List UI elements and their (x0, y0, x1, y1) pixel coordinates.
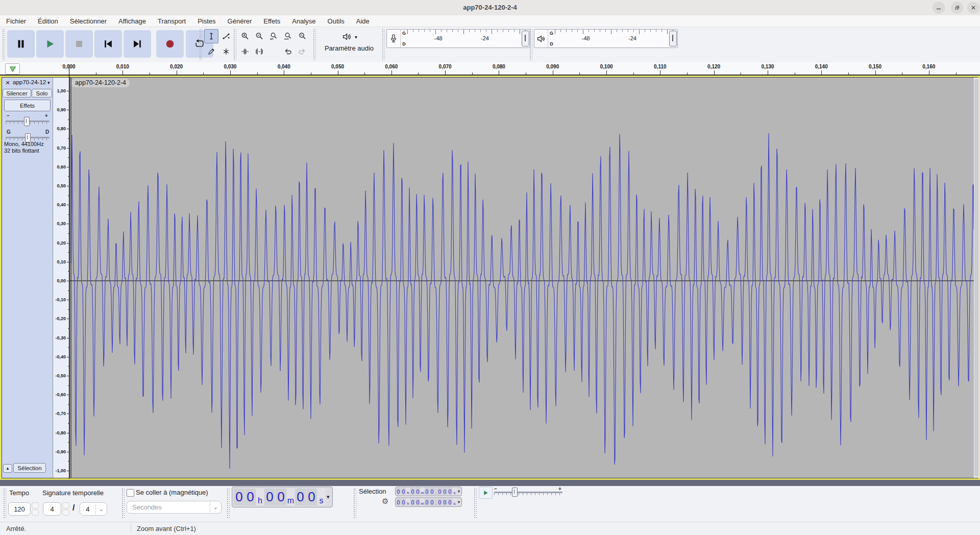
audio-setup-button[interactable]: ▾ Paramètre audio (317, 29, 381, 60)
time-segment[interactable]: h (256, 489, 264, 505)
vertical-scrollbar[interactable] (974, 78, 979, 478)
mic-icon[interactable] (387, 30, 401, 47)
time-segment[interactable]: 0 (401, 498, 406, 506)
time-segment[interactable]: 0 (264, 489, 275, 505)
gain-slider-thumb[interactable] (24, 117, 30, 126)
menu-item-analyse[interactable]: Analyse (292, 17, 315, 25)
record-button[interactable] (156, 30, 184, 58)
undo-button[interactable] (281, 44, 295, 59)
time-segment[interactable]: 0 (430, 488, 434, 495)
time-segment[interactable]: 0 (425, 488, 429, 495)
menu-item-effets[interactable]: Effets (263, 17, 280, 25)
time-segment[interactable]: m (287, 489, 295, 505)
timeline-ruler[interactable]: 0,0000,0100,0200,0300,0400,0500,0600,070… (0, 62, 980, 76)
skip-start-button[interactable] (94, 30, 122, 58)
time-segment[interactable]: 0 (410, 488, 415, 495)
time-display[interactable]: 00h00m00s▾ (232, 487, 333, 507)
time-segment[interactable]: 0 (396, 488, 401, 495)
time-segment[interactable]: 0 (245, 489, 256, 505)
timesig-spin-down[interactable] (62, 509, 69, 516)
time-segment[interactable]: 0 (401, 488, 406, 495)
play-button[interactable] (36, 30, 64, 58)
time-segment[interactable]: h (406, 488, 410, 495)
time-segment[interactable]: 0 (425, 498, 429, 506)
speed-toolbar-grip[interactable] (474, 488, 477, 519)
zoom-toolbar-grip[interactable] (233, 29, 236, 60)
zoom-fit-button[interactable] (281, 29, 295, 43)
time-segment[interactable]: h (406, 498, 410, 506)
volume-slider-thumb[interactable] (669, 31, 677, 46)
menu-item-pistes[interactable]: Pistes (198, 17, 215, 25)
pause-button[interactable] (7, 30, 35, 58)
time-segment[interactable]: . (435, 488, 437, 495)
solo-button[interactable]: Solo (32, 89, 52, 98)
speed-slider[interactable] (494, 492, 562, 493)
waveform-area[interactable]: app70-24-120-2-4 (70, 78, 974, 478)
horizontal-scrollbar[interactable] (0, 480, 980, 486)
time-segment[interactable]: 0 (415, 488, 420, 495)
speaker-icon[interactable] (534, 30, 548, 47)
tempo-spin-up[interactable] (32, 502, 39, 508)
time-toolbar-grip[interactable] (227, 488, 230, 519)
time-segment[interactable]: 0 (437, 498, 442, 506)
zoom-out-button[interactable] (252, 29, 266, 43)
chevron-down-icon[interactable]: ▾ (458, 500, 460, 504)
time-segment[interactable]: 0 (430, 498, 434, 506)
time-segment[interactable]: 0 (276, 489, 286, 505)
tempo-input[interactable]: 120 (8, 502, 31, 516)
timesig-upper-input[interactable]: 4 (43, 502, 61, 516)
silence-audio-button[interactable] (252, 44, 266, 59)
speed-slider-thumb[interactable] (512, 488, 518, 497)
redo-button[interactable] (295, 44, 309, 59)
effects-button[interactable]: Effets (4, 100, 51, 111)
menu-item-selectionner[interactable]: Sélectionner (70, 17, 107, 25)
timesig-lower-select[interactable]: 4 ⌄ (80, 502, 107, 516)
audio-setup-grip[interactable] (313, 29, 316, 60)
time-segment[interactable]: 0 (396, 498, 401, 506)
time-segment[interactable]: 0 (443, 488, 447, 495)
tempo-spin-down[interactable] (32, 509, 39, 516)
time-segment[interactable]: 0 (234, 489, 244, 505)
time-segment[interactable]: s (453, 488, 456, 495)
time-segment[interactable]: 0 (448, 498, 452, 506)
recording-meter-grip[interactable] (382, 29, 385, 60)
draw-tool-button[interactable] (204, 44, 218, 59)
selection-toolbar-grip[interactable] (353, 488, 356, 519)
playback-meter[interactable]: GD-48-24 (534, 29, 678, 48)
snap-mode-select[interactable]: Secondes ⌄ (127, 501, 222, 514)
transport-toolbar-grip[interactable] (2, 29, 5, 60)
menu-item-edition[interactable]: Édition (38, 17, 58, 25)
mute-button[interactable]: Silencer (3, 89, 31, 98)
menu-item-outils[interactable]: Outils (328, 17, 345, 25)
collapse-track-button[interactable]: ▲ (3, 464, 12, 473)
recording-meter[interactable]: GD-48-24 (386, 29, 530, 48)
trim-audio-button[interactable] (238, 44, 252, 59)
snap-toolbar-grip[interactable] (121, 488, 125, 519)
menu-item-affichage[interactable]: Affichage (118, 17, 146, 25)
play-at-speed-button[interactable] (479, 487, 493, 499)
title-bar[interactable]: app70-24-120-2-4 (0, 0, 980, 16)
menu-item-transport[interactable]: Transport (158, 17, 186, 25)
time-segment[interactable]: m (421, 498, 424, 506)
time-segment[interactable]: 0 (306, 489, 317, 505)
minimize-button[interactable] (933, 2, 945, 14)
restore-button[interactable] (951, 2, 963, 14)
time-segment[interactable]: 0 (415, 498, 420, 506)
menu-item-generer[interactable]: Générer (228, 17, 252, 25)
time-segment[interactable]: 0 (448, 488, 452, 495)
envelope-tool-button[interactable] (219, 29, 233, 43)
selection-end-field[interactable]: 00h00m00.000s▾ (395, 497, 462, 507)
zoom-toggle-button[interactable] (295, 29, 309, 43)
zoom-in-button[interactable] (238, 29, 252, 43)
timesig-toolbar-grip[interactable] (3, 488, 6, 519)
selection-tool-button[interactable] (204, 29, 218, 43)
time-segment[interactable]: 0 (437, 488, 442, 495)
menu-item-aide[interactable]: Aide (356, 17, 370, 25)
waveform[interactable] (70, 78, 974, 478)
skip-end-button[interactable] (124, 30, 151, 58)
track-close-button[interactable]: ✕ (4, 79, 12, 87)
volume-slider-thumb[interactable] (522, 31, 529, 46)
snap-checkbox[interactable] (127, 489, 134, 497)
menu-item-fichier[interactable]: Fichier (6, 17, 26, 25)
time-segment[interactable]: 0 (443, 498, 447, 506)
